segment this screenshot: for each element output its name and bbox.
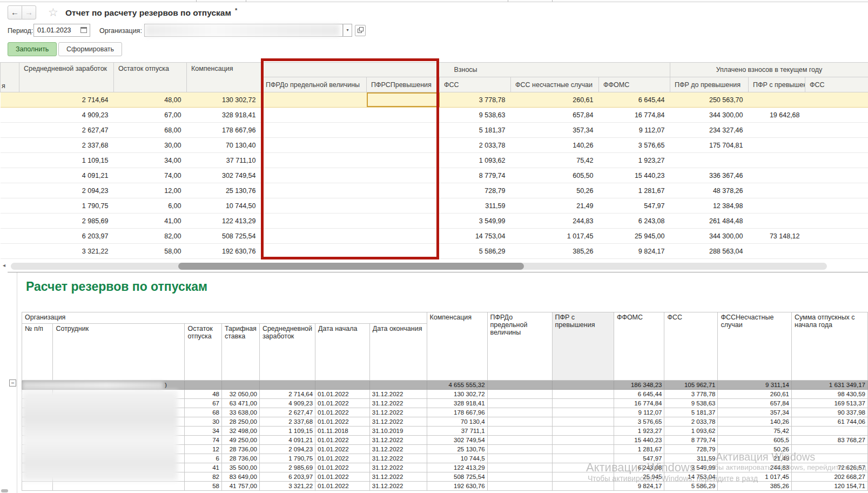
report-header-pfr-limit[interactable]: ПФРДо предельной величины: [487, 312, 552, 381]
grid-cell[interactable]: [367, 123, 440, 138]
grid-cell[interactable]: [805, 198, 868, 214]
grid-cell[interactable]: 2 627,47: [19, 123, 114, 138]
report-cell[interactable]: [185, 381, 222, 390]
report-cell[interactable]: [552, 390, 614, 399]
grid-cell[interactable]: [367, 108, 440, 123]
grid-cell[interactable]: [805, 138, 868, 153]
grid-cell[interactable]: [1, 198, 19, 214]
report-cell[interactable]: 31.12.2022: [369, 417, 427, 427]
report-cell[interactable]: [259, 381, 315, 390]
generate-button[interactable]: Сформировать: [58, 42, 122, 56]
report-cell[interactable]: 01.01.2022: [315, 390, 370, 399]
report-cell[interactable]: [487, 482, 552, 491]
report-cell[interactable]: 9 112,07: [614, 408, 664, 417]
grid-cell[interactable]: [261, 183, 367, 198]
grid-row[interactable]: 2 714,6448,00130 302,723 778,78260,616 6…: [1, 92, 868, 108]
report-cell[interactable]: [487, 390, 552, 399]
report-cell[interactable]: 9 824,17: [614, 482, 664, 491]
report-cell[interactable]: 357,34: [718, 408, 792, 417]
grid-cell[interactable]: 2 337,68: [19, 138, 114, 153]
report-cell[interactable]: [369, 381, 427, 390]
grid-cell[interactable]: 6 203,97: [19, 229, 114, 244]
grid-cell[interactable]: 5 586,29: [440, 244, 511, 259]
report-cell[interactable]: 328 918,41: [427, 399, 487, 408]
report-cell[interactable]: 01.01.2022: [315, 408, 370, 417]
grid-row[interactable]: 2 337,6830,0070 130,402 033,78140,263 57…: [1, 138, 868, 153]
calendar-button[interactable]: [79, 25, 89, 35]
report-cell[interactable]: 31.12.2022: [369, 436, 427, 445]
column-header-pfr-paid-limit[interactable]: ПФР до превышения: [670, 77, 749, 92]
grid-cell[interactable]: [367, 153, 440, 168]
report-cell[interactable]: 01.01.2022: [315, 445, 370, 454]
grid-cell[interactable]: 16 774,84: [599, 108, 670, 123]
grid-cell[interactable]: 8 779,74: [440, 168, 511, 183]
grid-cell[interactable]: 4 091,21: [19, 168, 114, 183]
grid-cell[interactable]: [367, 198, 440, 214]
grid-cell[interactable]: [1, 244, 19, 259]
grid-row[interactable]: 3 321,2258,00192 630,765 586,29385,269 8…: [1, 244, 868, 259]
report-cell[interactable]: 75,42: [718, 427, 792, 436]
report-employee-cell[interactable]: [53, 417, 185, 427]
report-cell[interactable]: 186 348,23: [614, 381, 664, 390]
grid-cell[interactable]: [805, 92, 868, 108]
grid-cell[interactable]: [670, 153, 749, 168]
report-header-vacation-sum[interactable]: Сумма отпускных с начала года: [791, 312, 867, 381]
grid-cell[interactable]: 3 576,65: [599, 138, 670, 153]
report-cell[interactable]: 31.10.2019: [369, 427, 427, 436]
grid-cell[interactable]: [261, 138, 367, 153]
report-cell[interactable]: [487, 445, 552, 454]
grid-cell[interactable]: 357,34: [511, 123, 599, 138]
report-header-rate[interactable]: Тарифная ставка: [222, 324, 260, 381]
report-cell[interactable]: 8 779,74: [664, 436, 718, 445]
report-cell[interactable]: 2 337,68: [259, 417, 315, 427]
report-cell[interactable]: 14 753,04: [664, 472, 718, 482]
grid-cell[interactable]: 58,00: [114, 244, 187, 259]
grid-cell[interactable]: [1, 183, 19, 198]
report-employee-cell[interactable]: [53, 436, 185, 445]
grid-cell[interactable]: 10 744,50: [187, 198, 261, 214]
report-cell[interactable]: 01.01.2022: [315, 454, 370, 463]
grid-cell[interactable]: 25 945,00: [599, 229, 670, 244]
report-cell[interactable]: 83 768,27: [791, 436, 867, 445]
grid-cell[interactable]: 130 302,72: [187, 92, 261, 108]
forward-button[interactable]: →: [22, 5, 36, 19]
report-number-cell[interactable]: [22, 482, 53, 491]
grid-cell[interactable]: 657,84: [511, 108, 599, 123]
report-cell[interactable]: 6 645,44: [614, 390, 664, 399]
grid-cell[interactable]: 547,97: [599, 198, 670, 214]
report-cell[interactable]: 01.01.2022: [315, 417, 370, 427]
report-cell[interactable]: 4 091,21: [259, 436, 315, 445]
report-number-cell[interactable]: [22, 445, 53, 454]
grid-cell[interactable]: [749, 138, 805, 153]
horizontal-scrollbar[interactable]: [11, 263, 827, 270]
grid-cell[interactable]: 3 549,99: [440, 214, 511, 229]
report-employee-cell[interactable]: [53, 463, 185, 472]
report-cell[interactable]: 1 631 349,17: [791, 381, 867, 390]
grid-cell[interactable]: 82,00: [114, 229, 187, 244]
report-cell[interactable]: 25 130,76: [427, 445, 487, 454]
column-header-ffoms[interactable]: ФФОМС: [599, 77, 670, 92]
grid-cell[interactable]: [805, 183, 868, 198]
report-cell[interactable]: 244,83: [718, 463, 792, 472]
report-cell[interactable]: 32 050,00: [222, 390, 260, 399]
grid-cell[interactable]: 9 824,17: [599, 244, 670, 259]
column-header-avg-earnings[interactable]: Среднедневной заработок: [19, 63, 114, 92]
grid-cell[interactable]: 328 918,41: [187, 108, 261, 123]
grid-cell[interactable]: 12 384,98: [670, 198, 749, 214]
report-employee-cell[interactable]: [53, 390, 185, 399]
grid-cell[interactable]: [1, 92, 19, 108]
grid-cell[interactable]: [805, 168, 868, 183]
report-cell[interactable]: [552, 381, 614, 390]
report-cell[interactable]: 2 094,23: [259, 445, 315, 454]
report-cell[interactable]: 605,5: [718, 436, 792, 445]
grid-cell[interactable]: 508 725,54: [187, 229, 261, 244]
report-cell[interactable]: 130 302,72: [427, 390, 487, 399]
report-cell[interactable]: 41 757,00: [222, 482, 260, 491]
grid-cell[interactable]: [749, 123, 805, 138]
period-input[interactable]: 01.01.2023: [33, 24, 90, 37]
grid-cell[interactable]: 302 749,54: [187, 168, 261, 183]
report-cell[interactable]: 302 749,54: [427, 436, 487, 445]
grid-row[interactable]: 1 790,756,0010 744,50311,5921,49547,9712…: [1, 198, 868, 214]
report-cell[interactable]: 21,49: [718, 454, 792, 463]
grid-cell[interactable]: [367, 138, 440, 153]
